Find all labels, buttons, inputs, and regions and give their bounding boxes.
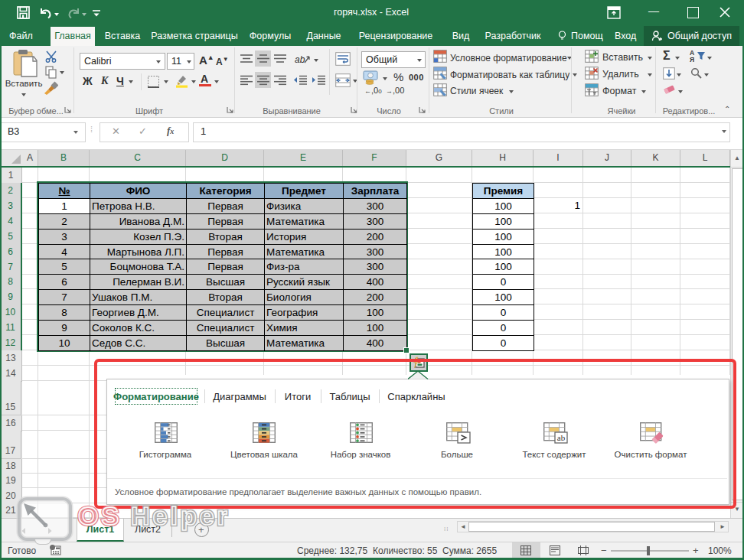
svg-text:ab: ab [295,54,305,65]
